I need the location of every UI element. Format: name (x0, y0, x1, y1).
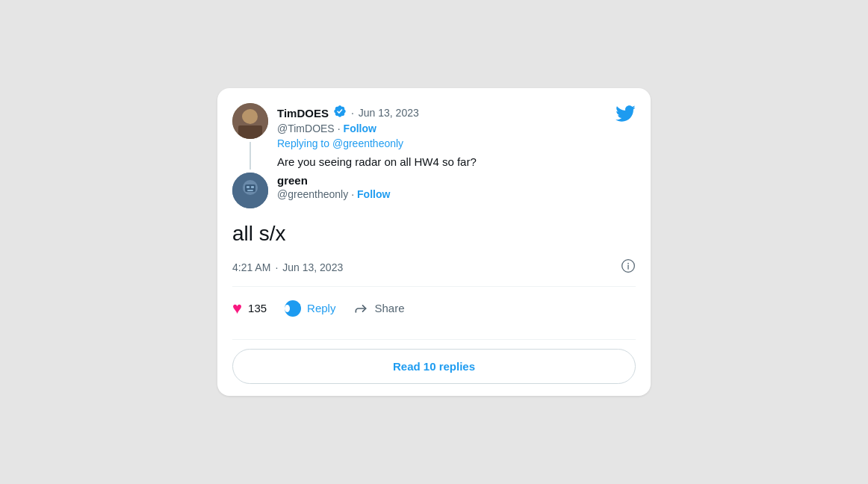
reply-label: Reply (307, 302, 335, 314)
meta-row: 4:21 AM · Jun 13, 2023 (232, 258, 636, 277)
action-bar: ♥ 135 Reply Share (232, 296, 636, 330)
read-replies-button[interactable]: Read 10 replies (232, 349, 636, 384)
parent-tweet-text: Are you seeing radar on all HW4 so far? (277, 154, 636, 170)
meta-dot: · (275, 261, 278, 273)
parent-username: TimDOES (277, 107, 329, 120)
parent-tweet-content: TimDOES · Jun 13, 2023 @TimDOES · Follow… (277, 103, 636, 170)
dot-sep-1: · (351, 107, 354, 119)
parent-tweet: TimDOES · Jun 13, 2023 @TimDOES · Follow… (232, 103, 636, 170)
parent-handle-row: @TimDOES · Follow (277, 122, 636, 134)
like-count: 135 (248, 302, 267, 314)
share-action[interactable]: Share (353, 301, 404, 316)
verified-badge (333, 105, 347, 121)
replying-to-label: Replying to (277, 137, 329, 149)
parent-avatar-col (232, 103, 268, 170)
tweet-date: Jun 13, 2023 (282, 261, 343, 273)
main-tweet: green @greentheonly · Follow (232, 173, 636, 208)
share-icon (353, 301, 368, 316)
main-avatar-col (232, 173, 268, 208)
timdoes-avatar (232, 103, 268, 139)
main-handle: @greentheonly (277, 188, 348, 200)
divider-1 (232, 286, 636, 287)
parent-follow-button[interactable]: Follow (344, 122, 376, 134)
tweet-card: TimDOES · Jun 13, 2023 @TimDOES · Follow… (217, 88, 651, 395)
thread-line (249, 142, 251, 170)
replying-to: Replying to @greentheonly (277, 137, 636, 149)
main-follow-button[interactable]: Follow (357, 188, 390, 200)
parent-user-row: TimDOES · Jun 13, 2023 (277, 105, 636, 121)
dot-sep-2: · (338, 122, 341, 134)
reply-action[interactable]: Reply (285, 300, 335, 317)
info-icon[interactable] (621, 258, 636, 277)
svg-point-1 (242, 110, 255, 123)
replying-to-handle: @greentheonly (332, 137, 403, 149)
main-tweet-text: all s/x (232, 220, 636, 247)
divider-2 (232, 339, 636, 340)
green-avatar (232, 173, 268, 208)
main-tweet-content: green @greentheonly · Follow (277, 173, 636, 208)
twitter-icon (615, 103, 636, 129)
like-action[interactable]: ♥ 135 (232, 299, 267, 318)
parent-handle: @TimDOES (277, 122, 335, 134)
svg-rect-2 (238, 125, 262, 139)
svg-rect-8 (247, 190, 253, 191)
tweet-time: 4:21 AM (232, 261, 270, 273)
reply-bubble-icon (285, 300, 301, 317)
share-label: Share (374, 302, 404, 314)
main-user-row: green (277, 174, 636, 187)
svg-rect-6 (247, 186, 249, 188)
heart-icon: ♥ (232, 299, 242, 318)
parent-timestamp: Jun 13, 2023 (359, 107, 419, 119)
dot-sep-3: · (351, 188, 354, 200)
main-handle-row: @greentheonly · Follow (277, 188, 636, 200)
svg-rect-7 (251, 186, 254, 188)
main-username: green (277, 174, 308, 187)
